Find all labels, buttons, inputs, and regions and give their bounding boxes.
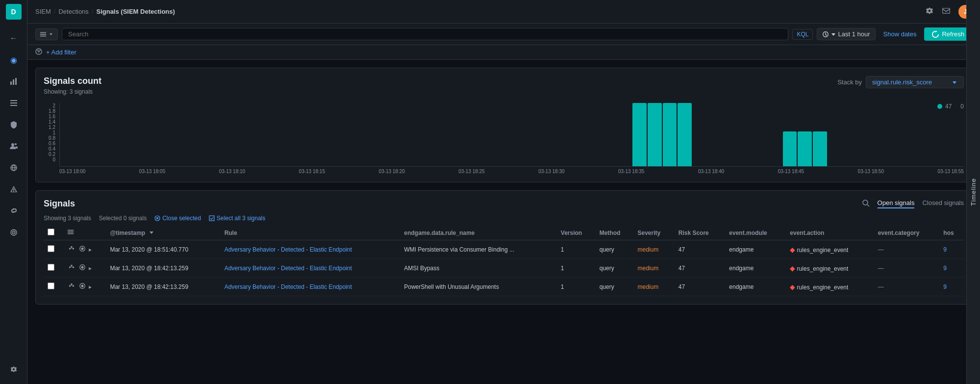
- row-rule-name: PowerShell with Unusual Arguments: [400, 278, 557, 296]
- stack-by-dropdown[interactable]: signal.rule.risk_score: [866, 76, 964, 88]
- signals-search-icon[interactable]: [862, 199, 870, 209]
- row-action-group[interactable]: [67, 282, 76, 292]
- row-version: 1: [557, 240, 596, 259]
- svg-point-41: [73, 285, 75, 287]
- signals-table: @timestamp Rule endgame.data.rule_name V…: [44, 226, 964, 296]
- svg-point-31: [81, 247, 83, 250]
- app-logo[interactable]: D: [6, 4, 22, 20]
- chart-bar: [813, 131, 827, 166]
- search-input[interactable]: [68, 30, 782, 38]
- row-select-checkbox[interactable]: [48, 245, 54, 252]
- sidebar-item-link[interactable]: [4, 201, 24, 221]
- svg-rect-1: [13, 79, 14, 85]
- svg-point-26: [69, 248, 71, 250]
- breadcrumb-siem[interactable]: SIEM: [35, 8, 51, 15]
- chart-x-labels: 03-13 18:0003-13 18:0503-13 18:1003-13 1…: [59, 167, 964, 174]
- svg-rect-3: [10, 100, 17, 101]
- col-version: Version: [557, 226, 596, 240]
- settings-icon[interactable]: [925, 6, 934, 17]
- svg-rect-2: [15, 78, 17, 85]
- add-filter-button[interactable]: + Add filter: [46, 49, 76, 56]
- row-expand[interactable]: ▸: [89, 246, 92, 253]
- chart-container: 47 0 2 1.8 1.6 1.4 1.2 1 0.8 0.6 0.4: [44, 103, 964, 174]
- signals-count-card: Signals count Showing: 3 signals Stack b…: [35, 68, 972, 182]
- show-dates-button[interactable]: Show dates: [879, 28, 921, 40]
- row-expand[interactable]: ▸: [89, 265, 92, 272]
- content-area: Signals count Showing: 3 signals Stack b…: [27, 60, 980, 384]
- row-rule[interactable]: Adversary Behavior - Detected - Elastic …: [221, 278, 401, 296]
- breadcrumb-detections[interactable]: Detections: [58, 8, 88, 15]
- tab-closed-signals[interactable]: Closed signals: [922, 199, 964, 208]
- x-label: 03-13 18:00: [59, 169, 85, 174]
- row-event-module: endgame: [725, 259, 786, 278]
- sidebar-item-network[interactable]: [4, 158, 24, 178]
- svg-point-6: [11, 143, 14, 146]
- col-risk-score: Risk Score: [675, 226, 726, 240]
- sidebar-item-settings[interactable]: [4, 359, 24, 379]
- signals-subheader: Showing 3 signals Selected 0 signals Clo…: [44, 215, 964, 222]
- refresh-button[interactable]: Refresh: [924, 27, 972, 41]
- kql-badge[interactable]: KQL: [792, 29, 813, 40]
- signals-title: Signals: [44, 199, 75, 209]
- topbar: SIEM / Detections / Signals (SIEM Detect…: [27, 0, 980, 24]
- svg-point-7: [15, 143, 17, 145]
- col-rule-name: endgame.data.rule_name: [400, 226, 557, 240]
- sidebar-item-back[interactable]: ←: [4, 28, 24, 48]
- svg-rect-15: [40, 34, 46, 35]
- close-selected-button[interactable]: Close selected: [154, 215, 201, 222]
- sidebar-item-shield[interactable]: [4, 115, 24, 134]
- sidebar-item-charts[interactable]: [4, 72, 24, 91]
- search-type-button[interactable]: [35, 28, 58, 40]
- sidebar-item-users[interactable]: [4, 136, 24, 156]
- row-event-category: —: [874, 278, 940, 296]
- row-action-detail[interactable]: [78, 282, 87, 292]
- sidebar-item-overview[interactable]: ◉: [4, 50, 24, 70]
- x-label: 03-13 18:20: [378, 169, 404, 174]
- select-all-button[interactable]: Select all 3 signals: [209, 215, 265, 222]
- x-label: 03-13 18:30: [538, 169, 564, 174]
- chart-y-axis: 2 1.8 1.6 1.4 1.2 1 0.8 0.6 0.4 0.2 0: [44, 103, 57, 162]
- stack-by-value: signal.rule.risk_score: [872, 78, 932, 86]
- row-rule-name: WMI Persistence via Consumer Binding ...: [400, 240, 557, 259]
- row-action-detail[interactable]: [78, 244, 87, 255]
- row-rule[interactable]: Adversary Behavior - Detected - Elastic …: [221, 259, 401, 278]
- row-event-action: ◆ rules_engine_event: [786, 240, 874, 259]
- col-event-module: event.module: [725, 226, 786, 240]
- filter-bar: + Add filter: [27, 45, 980, 60]
- row-action-group[interactable]: [67, 244, 76, 255]
- row-select-checkbox[interactable]: [48, 264, 54, 271]
- row-expand[interactable]: ▸: [89, 283, 92, 290]
- table-row: ▸ Mar 13, 2020 @ 18:42:13.259 Adversary …: [44, 278, 964, 296]
- timeline-panel[interactable]: Timeline: [966, 0, 980, 384]
- svg-rect-25: [68, 233, 74, 234]
- breadcrumb: SIEM / Detections / Signals (SIEM Detect…: [35, 8, 175, 15]
- chart-title-section: Signals count Showing: 3 signals: [44, 76, 101, 95]
- signals-card: Signals Open signals Closed signals Show…: [35, 190, 972, 305]
- x-label: 03-13 18:45: [778, 169, 804, 174]
- time-selector[interactable]: Last 1 hour: [817, 28, 875, 40]
- row-severity: medium: [634, 259, 675, 278]
- col-event-category: event.category: [874, 226, 940, 240]
- sidebar-item-alert[interactable]: [4, 179, 24, 199]
- row-select-checkbox[interactable]: [48, 282, 54, 289]
- svg-rect-10: [13, 191, 14, 192]
- row-event-module: endgame: [725, 240, 786, 259]
- mail-icon[interactable]: [942, 6, 951, 17]
- x-label: 03-13 18:50: [858, 169, 884, 174]
- x-label: 03-13 18:35: [618, 169, 644, 174]
- sidebar-item-list[interactable]: [4, 93, 24, 113]
- row-risk-score: 47: [675, 259, 726, 278]
- x-label: 03-13 18:15: [299, 169, 325, 174]
- row-version: 1: [557, 259, 596, 278]
- sidebar-item-target[interactable]: [4, 223, 24, 242]
- row-event-category: —: [874, 259, 940, 278]
- row-action-detail[interactable]: [78, 263, 87, 273]
- row-rule[interactable]: Adversary Behavior - Detected - Elastic …: [221, 240, 401, 259]
- row-timestamp: Mar 13, 2020 @ 18:51:40.770: [106, 240, 220, 259]
- search-input-wrapper[interactable]: [62, 28, 788, 40]
- col-severity: Severity: [634, 226, 675, 240]
- row-action-group[interactable]: [67, 263, 76, 273]
- svg-point-19: [863, 200, 868, 205]
- select-all-checkbox[interactable]: [48, 229, 54, 235]
- tab-open-signals[interactable]: Open signals: [878, 199, 915, 208]
